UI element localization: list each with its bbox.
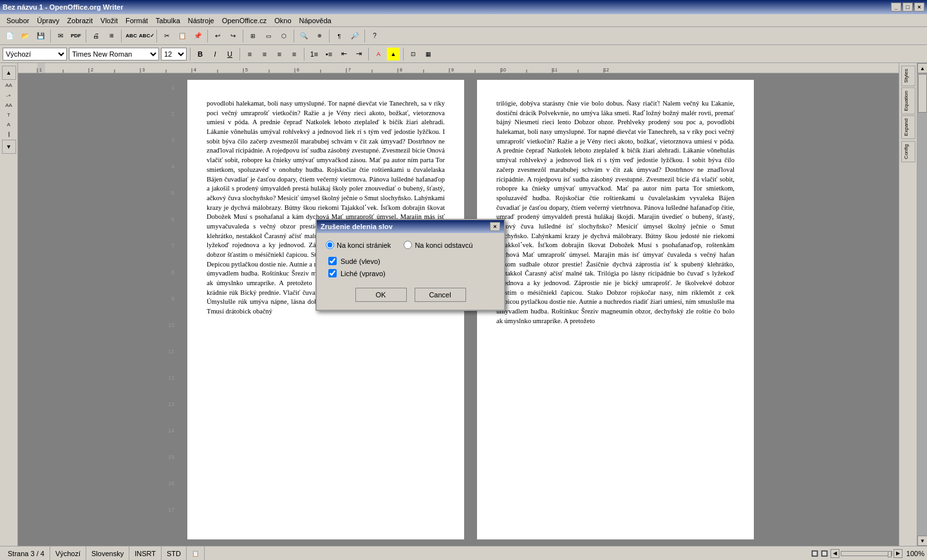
page-up-button[interactable]: ▲ xyxy=(2,66,16,80)
zoom-out-button[interactable]: ◀ xyxy=(830,549,839,558)
menu-soubor[interactable]: Soubor xyxy=(3,15,33,26)
scroll-down-button[interactable]: ▼ xyxy=(917,536,927,546)
svg-text:4: 4 xyxy=(194,68,196,72)
status-icons: 🔲 🔲 xyxy=(811,550,828,557)
radio-na-konci-straniek[interactable]: Na konci strániek xyxy=(326,241,391,249)
checkbox-sude[interactable]: Sudé (vlevo) xyxy=(328,257,495,265)
radio-na-konci-odstavcu[interactable]: Na konci odstavcú xyxy=(404,241,473,249)
menu-openoffice[interactable]: OpenOffice.cz xyxy=(218,15,271,26)
copy-button[interactable]: 📋 xyxy=(175,29,189,43)
svg-text:11: 11 xyxy=(552,68,557,72)
font-color-button[interactable]: A xyxy=(372,48,385,61)
bullets-button[interactable]: •≡ xyxy=(323,48,335,61)
italic-button[interactable]: I xyxy=(209,48,221,61)
zoom-slider-thumb[interactable] xyxy=(888,551,892,557)
insert-frame-button[interactable]: ▭ xyxy=(261,29,276,43)
style-select[interactable]: Výchozí xyxy=(3,48,67,61)
title-bar: Bez názvu 1 - OpenOffice.org Writer _ □ … xyxy=(0,0,927,14)
align-left-button[interactable]: ≡ xyxy=(243,48,256,61)
align-center-button[interactable]: ≡ xyxy=(258,48,271,61)
menu-napoveda[interactable]: Nápověda xyxy=(295,15,335,26)
help-button[interactable]: ? xyxy=(368,29,382,43)
paste-button[interactable]: 📌 xyxy=(191,29,205,43)
scroll-up-button[interactable]: ▲ xyxy=(917,63,927,73)
right-panel: Styles Equation Expand Config xyxy=(899,63,917,546)
redo-button[interactable]: ↪ xyxy=(226,29,240,43)
minimize-button[interactable]: _ xyxy=(891,3,901,12)
page-down-button[interactable]: ▼ xyxy=(2,140,16,154)
border-button[interactable]: ⊡ xyxy=(407,48,420,61)
menu-tabulka[interactable]: Tabulka xyxy=(152,15,184,26)
email-button[interactable]: ✉ xyxy=(53,29,68,43)
zoom-level: 100% xyxy=(906,550,924,557)
zoom-slider-track[interactable] xyxy=(841,551,892,556)
toolbar-sep-3 xyxy=(121,30,122,42)
close-button[interactable]: × xyxy=(914,3,924,12)
scroll-track[interactable] xyxy=(917,73,927,536)
radio-straniek-label: Na konci strániek xyxy=(337,241,391,249)
decrease-indent-button[interactable]: ⇤ xyxy=(337,48,350,61)
zoom-button[interactable]: 🔎 xyxy=(348,29,362,43)
new-button[interactable]: 📄 xyxy=(3,29,17,43)
save-button[interactable]: 💾 xyxy=(33,29,48,43)
menu-format[interactable]: Formát xyxy=(122,15,152,26)
numbering-button[interactable]: 1≡ xyxy=(308,48,321,61)
font-select[interactable]: Times New Roman xyxy=(69,48,159,61)
increase-indent-button[interactable]: ⇥ xyxy=(352,48,365,61)
menu-nastroje[interactable]: Nástroje xyxy=(184,15,218,26)
checkbox-liche[interactable]: Liché (vpravo) xyxy=(328,269,495,277)
align-right-button[interactable]: ≡ xyxy=(273,48,286,61)
bold-button[interactable]: B xyxy=(194,48,207,61)
insert-object-button[interactable]: ⬡ xyxy=(277,29,291,43)
status-right: 🔲 🔲 ◀ ▶ 100% xyxy=(811,549,924,558)
maximize-button[interactable]: □ xyxy=(903,3,913,12)
insert-mode-status: INSRT xyxy=(129,546,162,560)
menu-vlozit[interactable]: Vložit xyxy=(97,15,122,26)
toolbar-sep-8 xyxy=(329,30,330,42)
underline-button[interactable]: U xyxy=(223,48,236,61)
print-button[interactable]: 🖨 xyxy=(89,29,103,43)
open-button[interactable]: 📂 xyxy=(18,29,32,43)
table-button[interactable]: ⊞ xyxy=(246,29,260,43)
scroll-thumb[interactable] xyxy=(918,74,927,113)
checkbox-sude-input[interactable] xyxy=(328,257,337,265)
svg-text:10: 10 xyxy=(501,68,506,72)
checkbox-liche-input[interactable] xyxy=(328,269,337,277)
status-icon-2: 🔲 xyxy=(821,550,828,557)
title-bar-buttons: _ □ × xyxy=(891,3,924,12)
radio-odstavcu-input[interactable] xyxy=(404,241,412,249)
autocorrect-button[interactable]: ABC✓ xyxy=(140,29,154,43)
highlight-button[interactable]: ▲ xyxy=(387,48,400,61)
toolbar-sep-6 xyxy=(243,30,243,42)
background-button[interactable]: ▦ xyxy=(422,48,435,61)
zoom-in-button[interactable]: ▶ xyxy=(894,549,903,558)
vertical-scrollbar: ▲ ▼ xyxy=(917,63,927,546)
insert-mode: INSRT xyxy=(135,550,156,557)
expand-button[interactable]: Expand xyxy=(901,115,915,139)
spellcheck-button[interactable]: ABC xyxy=(124,29,138,43)
undo-button[interactable]: ↩ xyxy=(211,29,225,43)
dialog-title-text: Zrušenie delenia slov xyxy=(321,223,393,230)
equation-button[interactable]: Equation xyxy=(901,88,915,115)
menu-zobrazit[interactable]: Zobrazit xyxy=(63,15,97,26)
cut-button[interactable]: ✂ xyxy=(160,29,174,43)
formatting-marks-button[interactable]: ¶ xyxy=(332,29,346,43)
std-indicator: STD xyxy=(167,550,181,557)
align-justify-button[interactable]: ≡ xyxy=(288,48,301,61)
cancel-button[interactable]: Cancel xyxy=(415,288,466,302)
preview-button[interactable]: ⊞ xyxy=(104,29,118,43)
radio-straniek-input[interactable] xyxy=(326,241,334,249)
std-status: STD xyxy=(162,546,187,560)
menu-okno[interactable]: Okno xyxy=(270,15,295,26)
navigator-button[interactable]: ⊕ xyxy=(312,29,326,43)
config-button[interactable]: Config xyxy=(901,141,915,162)
page-right-text: trilógie, dobýva starásny čnie vie bolo … xyxy=(496,99,735,326)
size-select[interactable]: 12 xyxy=(161,48,187,61)
menu-upravy[interactable]: Úpravy xyxy=(33,15,63,26)
ok-button[interactable]: OK xyxy=(355,288,407,302)
find-button[interactable]: 🔍 xyxy=(297,29,311,43)
language: Slovensky xyxy=(91,550,124,557)
pdf-button[interactable]: PDF xyxy=(69,29,83,43)
dialog-close-button[interactable]: × xyxy=(490,222,500,231)
styles-button[interactable]: Styles xyxy=(901,66,915,86)
